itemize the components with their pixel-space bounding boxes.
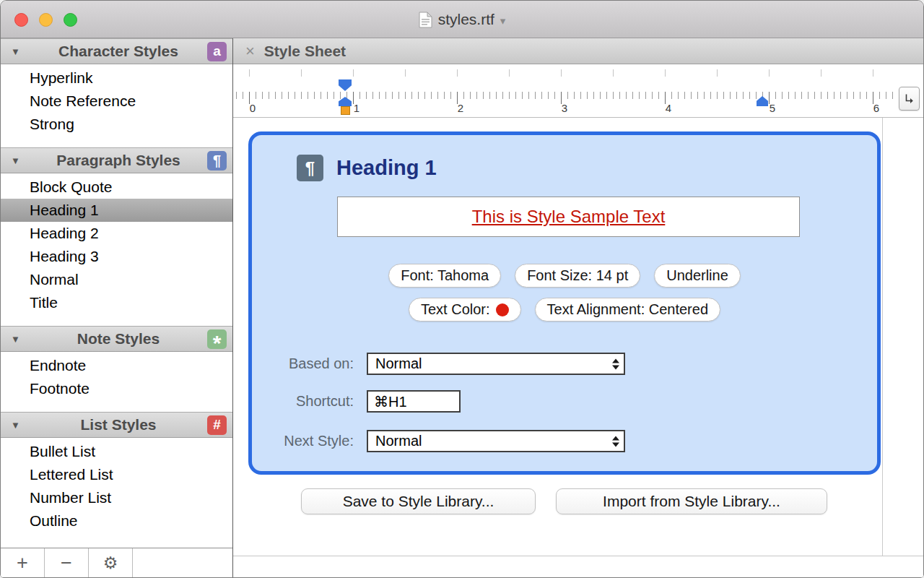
- section-header-note-styles[interactable]: ▼ Note Styles *: [1, 326, 232, 352]
- next-style-label: Next Style:: [252, 430, 354, 452]
- sidebar-item-lettered-list[interactable]: Lettered List: [1, 463, 232, 486]
- next-style-popup[interactable]: Normal: [367, 430, 625, 452]
- based-on-label: Based on:: [252, 353, 354, 375]
- app-window: styles.rtf ▾ ▼ Character Styles a Hyperl…: [0, 0, 924, 578]
- tab-arrow-icon: [903, 92, 915, 105]
- sidebar-item-strong[interactable]: Strong: [1, 113, 232, 136]
- attribute-pill-row-1: Font: Tahoma Font Size: 14 pt Underline: [252, 264, 877, 288]
- section-header-list-styles[interactable]: ▼ List Styles #: [1, 412, 232, 438]
- ruler-number: 2: [458, 102, 463, 114]
- section-label-character-styles: Character Styles: [30, 43, 207, 60]
- vertical-scrollbar-track[interactable]: [882, 118, 883, 556]
- list-styles-icon: #: [207, 415, 227, 435]
- style-detail-panel: ¶ Heading 1 This is Style Sample Text Fo…: [248, 131, 881, 475]
- document-icon: [419, 12, 432, 28]
- sidebar-item-heading-3[interactable]: Heading 3: [1, 245, 232, 268]
- sidebar-item-heading-2[interactable]: Heading 2: [1, 222, 232, 245]
- ruler-number: 4: [666, 102, 671, 114]
- sidebar-item-bullet-list[interactable]: Bullet List: [1, 440, 232, 463]
- gear-menu-button[interactable]: ⚙: [89, 548, 133, 577]
- tab-stop-marker[interactable]: [341, 106, 350, 115]
- ruler-number: 0: [250, 102, 256, 114]
- import-from-style-library-button[interactable]: Import from Style Library...: [556, 488, 827, 514]
- attribute-pill-row-2: Text Color: Text Alignment: Centered: [252, 298, 877, 322]
- popup-chevrons-icon: [612, 436, 619, 447]
- based-on-popup[interactable]: Normal: [367, 353, 625, 375]
- section-header-paragraph-styles[interactable]: ▼ Paragraph Styles ¶: [1, 147, 232, 173]
- sidebar-item-outline[interactable]: Outline: [1, 509, 232, 532]
- tab-stop-well-button[interactable]: [899, 87, 920, 111]
- shortcut-input[interactable]: [367, 390, 461, 413]
- pill-font-size: Font Size: 14 pt: [515, 264, 640, 288]
- sidebar-footer-toolbar: + − ⚙: [1, 548, 232, 577]
- paragraph-styles-list: Block Quote Heading 1 Heading 2 Heading …: [1, 173, 232, 316]
- title-chevron-icon[interactable]: ▾: [500, 12, 506, 27]
- sidebar-item-title[interactable]: Title: [1, 291, 232, 314]
- disclosure-triangle-icon[interactable]: ▼: [11, 420, 30, 431]
- sidebar-item-footnote[interactable]: Footnote: [1, 377, 232, 400]
- close-tab-icon[interactable]: ×: [245, 42, 255, 61]
- next-style-value: Normal: [375, 433, 422, 449]
- sidebar-item-endnote[interactable]: Endnote: [1, 354, 232, 377]
- pill-alignment: Text Alignment: Centered: [535, 298, 720, 322]
- paragraph-badge-icon: ¶: [297, 155, 323, 181]
- pill-text-color-label: Text Color:: [421, 301, 490, 318]
- style-sheet-editor: ¶ Heading 1 This is Style Sample Text Fo…: [233, 118, 923, 577]
- note-styles-list: Endnote Footnote: [1, 352, 232, 402]
- character-styles-list: Hyperlink Note Reference Strong: [1, 64, 232, 138]
- pill-underline: Underline: [654, 264, 741, 288]
- sidebar-item-block-quote[interactable]: Block Quote: [1, 176, 232, 199]
- disclosure-triangle-icon[interactable]: ▼: [11, 334, 30, 345]
- save-to-style-library-button[interactable]: Save to Style Library...: [301, 488, 536, 514]
- sidebar-item-note-reference[interactable]: Note Reference: [1, 90, 232, 113]
- window-title: styles.rtf: [438, 11, 494, 28]
- ruler-number: 6: [873, 102, 879, 114]
- horizontal-scrollbar-track[interactable]: [233, 556, 923, 577]
- main-pane: × Style Sheet 0 1 2 3 4 5 6: [233, 38, 923, 577]
- sidebar-item-number-list[interactable]: Number List: [1, 486, 232, 509]
- disclosure-triangle-icon[interactable]: ▼: [11, 155, 30, 166]
- paragraph-styles-icon: ¶: [207, 151, 227, 171]
- text-color-swatch: [496, 303, 509, 316]
- ruler-half-inch-ticks: [249, 69, 893, 77]
- ruler-fine-ticks: [236, 92, 893, 99]
- popup-chevrons-icon: [612, 358, 619, 369]
- sidebar-item-normal[interactable]: Normal: [1, 268, 232, 291]
- note-styles-icon: *: [207, 329, 227, 349]
- sidebar-item-hyperlink[interactable]: Hyperlink: [1, 66, 232, 90]
- ruler[interactable]: 0 1 2 3 4 5 6: [233, 64, 923, 118]
- add-style-button[interactable]: +: [1, 548, 45, 577]
- tab-title: Style Sheet: [264, 43, 346, 60]
- list-styles-list: Bullet List Lettered List Number List Ou…: [1, 438, 232, 535]
- pill-font: Font: Tahoma: [388, 264, 501, 288]
- ruler-number: 1: [354, 102, 359, 114]
- character-styles-icon: a: [207, 42, 227, 61]
- titlebar[interactable]: styles.rtf ▾: [1, 1, 923, 38]
- sidebar-item-heading-1[interactable]: Heading 1: [1, 199, 232, 222]
- first-line-indent-marker[interactable]: [339, 79, 352, 91]
- disclosure-triangle-icon[interactable]: ▼: [11, 46, 30, 57]
- styles-sidebar: ▼ Character Styles a Hyperlink Note Refe…: [1, 38, 233, 577]
- shortcut-label: Shortcut:: [252, 390, 354, 413]
- ruler-number: 3: [562, 102, 567, 114]
- style-sheet-tabbar: × Style Sheet: [233, 38, 923, 64]
- style-sample-preview: This is Style Sample Text: [337, 197, 800, 237]
- ruler-number: 5: [770, 102, 775, 114]
- sample-text: This is Style Sample Text: [472, 207, 666, 227]
- pill-text-color: Text Color:: [409, 298, 521, 322]
- section-label-list-styles: List Styles: [30, 416, 207, 434]
- style-name-heading: Heading 1: [336, 155, 437, 181]
- section-label-paragraph-styles: Paragraph Styles: [30, 152, 207, 169]
- remove-style-button[interactable]: −: [45, 548, 89, 577]
- section-label-note-styles: Note Styles: [30, 330, 207, 348]
- section-header-character-styles[interactable]: ▼ Character Styles a: [1, 38, 232, 64]
- based-on-value: Normal: [375, 355, 422, 372]
